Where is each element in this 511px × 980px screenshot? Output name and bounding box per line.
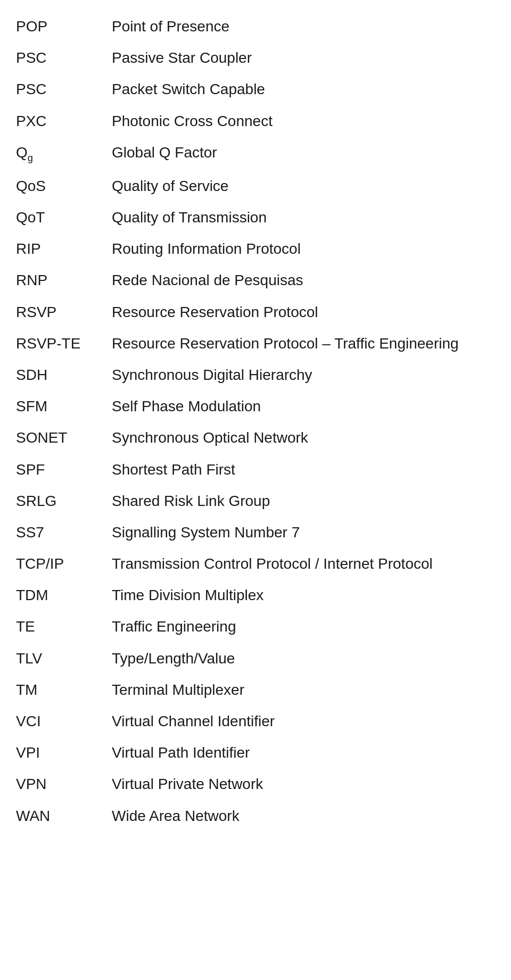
definition: Traffic Engineering (112, 611, 495, 642)
definition: Self Phase Modulation (112, 391, 495, 422)
list-item: VPIVirtual Path Identifier (16, 737, 495, 768)
list-item: QoTQuality of Transmission (16, 202, 495, 233)
abbreviation: SS7 (16, 517, 112, 548)
abbreviation: WAN (16, 800, 112, 832)
list-item: RIPRouting Information Protocol (16, 233, 495, 264)
abbreviation: PSC (16, 42, 112, 73)
definition: Resource Reservation Protocol (112, 296, 495, 328)
abbreviation: Qg (16, 137, 112, 170)
list-item: SONETSynchronous Optical Network (16, 422, 495, 453)
list-item: QgGlobal Q Factor (16, 137, 495, 170)
definition: Transmission Control Protocol / Internet… (112, 548, 495, 579)
abbreviation: SONET (16, 422, 112, 453)
abbreviation: TDM (16, 579, 112, 611)
definition: Global Q Factor (112, 137, 495, 170)
list-item: TDMTime Division Multiplex (16, 579, 495, 611)
list-item: VPNVirtual Private Network (16, 768, 495, 800)
abbreviation: QoS (16, 170, 112, 202)
definition: Routing Information Protocol (112, 233, 495, 264)
list-item: TLVType/Length/Value (16, 643, 495, 674)
definition: Virtual Path Identifier (112, 737, 495, 768)
abbreviation: VPN (16, 768, 112, 800)
list-item: RSVP-TEResource Reservation Protocol – T… (16, 328, 495, 359)
list-item: POPPoint of Presence (16, 11, 495, 42)
abbreviation: PSC (16, 73, 112, 105)
list-item: TMTerminal Multiplexer (16, 674, 495, 705)
abbreviation: SFM (16, 391, 112, 422)
definition: Synchronous Optical Network (112, 422, 495, 453)
list-item: SDHSynchronous Digital Hierarchy (16, 359, 495, 391)
list-item: TCP/IPTransmission Control Protocol / In… (16, 548, 495, 579)
abbreviation: POP (16, 11, 112, 42)
abbreviation: PXC (16, 105, 112, 137)
definition: Photonic Cross Connect (112, 105, 495, 137)
list-item: WANWide Area Network (16, 800, 495, 832)
list-item: PSCPacket Switch Capable (16, 73, 495, 105)
abbreviation: SDH (16, 359, 112, 391)
definition: Terminal Multiplexer (112, 674, 495, 705)
abbreviation: VCI (16, 705, 112, 737)
list-item: PXCPhotonic Cross Connect (16, 105, 495, 137)
abbreviation: VPI (16, 737, 112, 768)
definition: Virtual Channel Identifier (112, 705, 495, 737)
list-item: VCIVirtual Channel Identifier (16, 705, 495, 737)
definition: Point of Presence (112, 11, 495, 42)
definition: Wide Area Network (112, 800, 495, 832)
abbreviation: TM (16, 674, 112, 705)
list-item: TETraffic Engineering (16, 611, 495, 642)
definition: Shortest Path First (112, 454, 495, 485)
abbreviation: TE (16, 611, 112, 642)
list-item: RSVPResource Reservation Protocol (16, 296, 495, 328)
abbreviation: RIP (16, 233, 112, 264)
list-item: SFMSelf Phase Modulation (16, 391, 495, 422)
definition: Packet Switch Capable (112, 73, 495, 105)
abbreviation: RSVP-TE (16, 328, 112, 359)
definition: Quality of Transmission (112, 202, 495, 233)
definition: Virtual Private Network (112, 768, 495, 800)
abbreviation: RNP (16, 264, 112, 296)
definition: Type/Length/Value (112, 643, 495, 674)
list-item: SRLGShared Risk Link Group (16, 485, 495, 517)
definition: Passive Star Coupler (112, 42, 495, 73)
definition: Resource Reservation Protocol – Traffic … (112, 328, 495, 359)
glossary-table: POPPoint of PresencePSCPassive Star Coup… (16, 11, 495, 832)
definition: Time Division Multiplex (112, 579, 495, 611)
definition: Shared Risk Link Group (112, 485, 495, 517)
list-item: RNPRede Nacional de Pesquisas (16, 264, 495, 296)
definition: Quality of Service (112, 170, 495, 202)
abbreviation: SRLG (16, 485, 112, 517)
list-item: PSCPassive Star Coupler (16, 42, 495, 73)
list-item: SPFShortest Path First (16, 454, 495, 485)
definition: Signalling System Number 7 (112, 517, 495, 548)
definition: Synchronous Digital Hierarchy (112, 359, 495, 391)
abbreviation: TCP/IP (16, 548, 112, 579)
abbreviation: TLV (16, 643, 112, 674)
list-item: QoSQuality of Service (16, 170, 495, 202)
abbreviation: SPF (16, 454, 112, 485)
list-item: SS7Signalling System Number 7 (16, 517, 495, 548)
abbreviation: QoT (16, 202, 112, 233)
definition: Rede Nacional de Pesquisas (112, 264, 495, 296)
abbreviation: RSVP (16, 296, 112, 328)
